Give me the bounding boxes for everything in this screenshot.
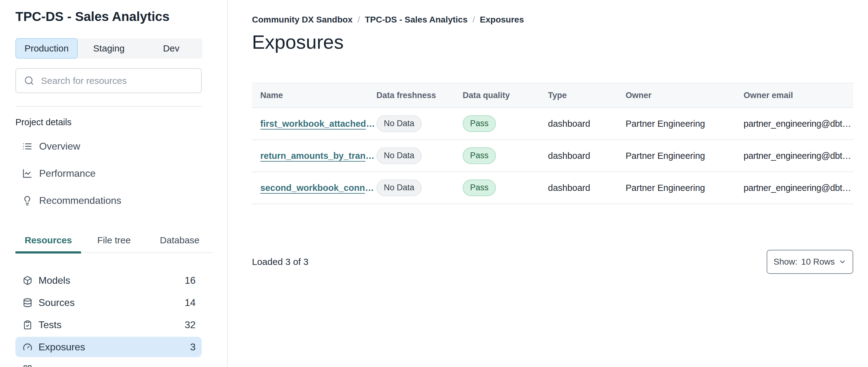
tab-file-tree[interactable]: File tree [81,232,147,254]
lightbulb-icon [22,196,32,206]
data-freshness-badge: No Data [376,147,422,164]
tests-count: 32 [185,319,195,331]
project-details-label: Project details [16,117,71,128]
sidebar-item-label: Recommendations [39,195,121,206]
sidebar-item-label: Performance [39,168,95,179]
sidebar-item-label: Exposures [38,341,85,353]
env-tab-staging[interactable]: Staging [78,38,140,59]
sidebar-item-label: Tests [38,319,62,331]
table-row: first_workbook_attached… No Data Pass da… [252,108,853,140]
owner-email-cell: partner_engineering@dbt… [744,108,853,140]
breadcrumb-separator: / [358,15,360,25]
env-tab-dev[interactable]: Dev [140,38,203,59]
type-cell: dashboard [548,172,626,204]
tab-database[interactable]: Database [147,232,213,254]
rows-per-page-select[interactable]: Show: 10 Rows [767,250,853,274]
sidebar-item-label: Models [38,275,70,286]
sidebar-item-label: Sources [38,297,74,308]
search-input[interactable] [40,75,201,86]
exposures-count: 3 [190,341,195,353]
sidebar: TPC-DS - Sales Analytics Production Stag… [0,0,227,367]
sources-count: 14 [185,297,195,308]
column-header-data-freshness: Data freshness [376,83,463,108]
exposures-table: Name Data freshness Data quality Type Ow… [252,83,853,204]
table-header-row: Name Data freshness Data quality Type Ow… [252,83,853,108]
sidebar-divider [16,106,202,107]
table-row: return_amounts_by_tran… No Data Pass das… [252,140,853,172]
clipboard-check-icon [23,320,32,330]
page-title: Exposures [252,31,344,53]
breadcrumb-item-current: Exposures [480,15,524,25]
sidebar-item-performance[interactable]: Performance [16,162,202,185]
sidebar-item-models[interactable]: Models 16 [16,270,202,290]
column-header-type: Type [548,83,626,108]
tab-resources[interactable]: Resources [16,232,81,254]
sidebar-item-exposures[interactable]: Exposures 3 [16,337,202,357]
data-quality-badge: Pass [463,115,496,132]
chart-line-icon [22,168,32,178]
data-freshness-badge: No Data [376,115,422,132]
data-quality-badge: Pass [463,147,496,164]
data-freshness-badge: No Data [376,179,422,196]
owner-cell: Partner Engineering [626,108,744,140]
show-value: 10 Rows [801,257,835,267]
breadcrumb: Community DX Sandbox / TPC-DS - Sales An… [252,15,524,25]
type-cell: dashboard [548,108,626,140]
search-box[interactable] [16,68,202,93]
sidebar-view-tabs: Resources File tree Database [16,232,213,254]
column-header-owner-email: Owner email [744,83,853,108]
owner-cell: Partner Engineering [626,140,744,172]
sidebar-item-label: Overview [39,141,80,152]
column-header-owner: Owner [626,83,744,108]
breadcrumb-item-project[interactable]: TPC-DS - Sales Analytics [365,15,468,25]
show-label: Show: [773,257,798,267]
owner-email-cell: partner_engineering@dbt… [744,172,853,204]
breadcrumb-separator: / [472,15,475,25]
cube-icon [23,276,32,285]
models-count: 16 [185,275,195,286]
grid-icon [23,365,32,367]
env-tab-production[interactable]: Production [16,38,78,59]
table-footer: Loaded 3 of 3 Show: 10 Rows [252,250,853,274]
search-icon [24,76,34,86]
exposure-name-link[interactable]: return_amounts_by_tran… [260,151,375,161]
environment-tabs: Production Staging Dev [16,38,203,59]
sidebar-item-sources[interactable]: Sources 14 [16,292,202,313]
sidebar-item-partial[interactable] [16,359,202,367]
breadcrumb-item-account[interactable]: Community DX Sandbox [252,15,353,25]
owner-cell: Partner Engineering [626,172,744,204]
data-quality-badge: Pass [463,179,496,196]
column-header-name: Name [252,83,376,108]
table-row: second_workbook_conn… No Data Pass dashb… [252,172,853,204]
column-header-data-quality: Data quality [463,83,548,108]
owner-email-cell: partner_engineering@dbt… [744,140,853,172]
sidebar-item-overview[interactable]: Overview [16,135,202,157]
exposure-name-link[interactable]: first_workbook_attached… [260,119,375,129]
sidebar-main-divider [227,0,228,367]
main-content: Community DX Sandbox / TPC-DS - Sales An… [252,0,853,367]
loaded-status: Loaded 3 of 3 [252,257,309,267]
exposure-name-link[interactable]: second_workbook_conn… [260,183,374,193]
chevron-down-icon [838,258,846,266]
project-title: TPC-DS - Sales Analytics [16,9,169,24]
sidebar-item-recommendations[interactable]: Recommendations [16,189,202,211]
gauge-icon [23,342,32,352]
sidebar-item-tests[interactable]: Tests 32 [16,315,202,335]
type-cell: dashboard [548,140,626,172]
database-icon [23,298,32,308]
list-icon [22,141,32,151]
